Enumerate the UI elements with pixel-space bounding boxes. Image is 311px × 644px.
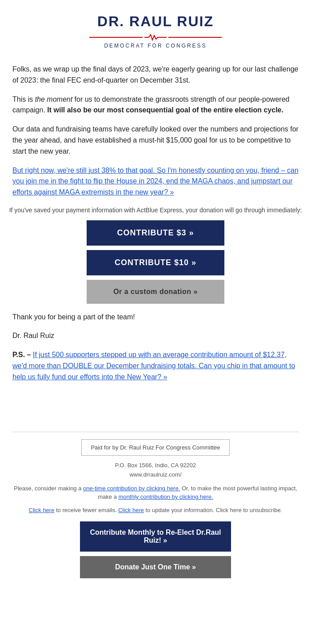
donate-note: If you've saved your payment information…: [0, 206, 311, 215]
footer: Paid for by Dr. Raul Ruiz For Congress C…: [0, 439, 311, 594]
header-title: DR. RAUL RUIZ: [0, 11, 311, 32]
ekg-icon: [144, 34, 167, 41]
sign-off: Thank you for being a part of the team! …: [0, 312, 311, 342]
footer-consider: Please, consider making a one-time contr…: [12, 484, 299, 501]
footer-address: P.O. Box 1566, Indio, CA 92202 www.drrau…: [12, 461, 299, 480]
email-wrapper: DR. RAUL RUIZ DEMOCRAT FOR CONGRESS Folk…: [0, 0, 311, 593]
one-time-contribution-link[interactable]: one-time contribution by clicking here.: [83, 485, 180, 492]
header-decoration: [0, 34, 311, 41]
po-box: P.O. Box 1566, Indio, CA 92202: [115, 462, 196, 469]
footer-unsubscribe: Click here to receive fewer emails. Clic…: [12, 506, 299, 515]
update-info-text: to update your information. Click here t…: [146, 507, 283, 513]
red-line-left: [89, 37, 143, 38]
website: www.drraulruiz.com/: [129, 471, 181, 478]
monthly-contribution-link[interactable]: monthly contribution by clicking here.: [119, 493, 213, 500]
spacer: [0, 396, 311, 432]
thank-you-text: Thank you for being a part of the team!: [12, 312, 299, 323]
contribute-10-button[interactable]: CONTRIBUTE $10 »: [87, 250, 224, 275]
contribute-3-button[interactable]: CONTRIBUTE $3 »: [87, 220, 224, 246]
ps-paragraph: P.S. – If just 500 supporters stepped up…: [12, 350, 299, 382]
paid-for-text: Paid for by Dr. Raul Ruiz For Congress C…: [91, 444, 220, 451]
donate-one-time-button[interactable]: Donate Just One Time »: [80, 556, 231, 578]
paragraph-1: Folks, as we wrap up the final days of 2…: [12, 64, 299, 86]
header: DR. RAUL RUIZ DEMOCRAT FOR CONGRESS: [0, 0, 311, 57]
contribute-monthly-button[interactable]: Contribute Monthly to Re-Elect Dr.Raul R…: [80, 521, 231, 552]
update-info-link[interactable]: Click here: [118, 507, 144, 513]
sign-name: Dr. Raul Ruiz: [12, 330, 299, 342]
main-content: Folks, as we wrap up the final days of 2…: [0, 57, 311, 198]
ps-prefix: P.S. –: [12, 351, 33, 358]
donate-section: If you've saved your payment information…: [0, 206, 311, 304]
paid-for-box: Paid for by Dr. Raul Ruiz For Congress C…: [81, 439, 229, 456]
paragraph-2: This is the moment for us to demonstrate…: [12, 94, 299, 116]
paragraph-3: Our data and fundraising teams have care…: [12, 124, 299, 157]
ps-link[interactable]: If just 500 supporters stepped up with a…: [12, 351, 295, 381]
fewer-emails-text: to receive fewer emails.: [56, 507, 118, 513]
header-subtitle: DEMOCRAT FOR CONGRESS: [0, 42, 311, 50]
custom-donation-button[interactable]: Or a custom donation »: [87, 280, 224, 304]
para2-bold: It will also be our most consequential g…: [47, 106, 283, 114]
paragraph-4: But right now, we're still just 38% to t…: [12, 165, 299, 198]
footer-divider: [12, 432, 299, 432]
fundraising-link[interactable]: But right now, we're still just 38% to t…: [12, 167, 299, 196]
fewer-emails-link[interactable]: Click here: [29, 507, 55, 513]
para2-prefix: This is: [12, 95, 35, 103]
ps-section: P.S. – If just 500 supporters stepped up…: [0, 350, 311, 382]
para2-italic: the moment: [35, 95, 72, 103]
consider-prefix: Please, consider making a: [14, 485, 83, 492]
red-line-right: [168, 37, 222, 38]
